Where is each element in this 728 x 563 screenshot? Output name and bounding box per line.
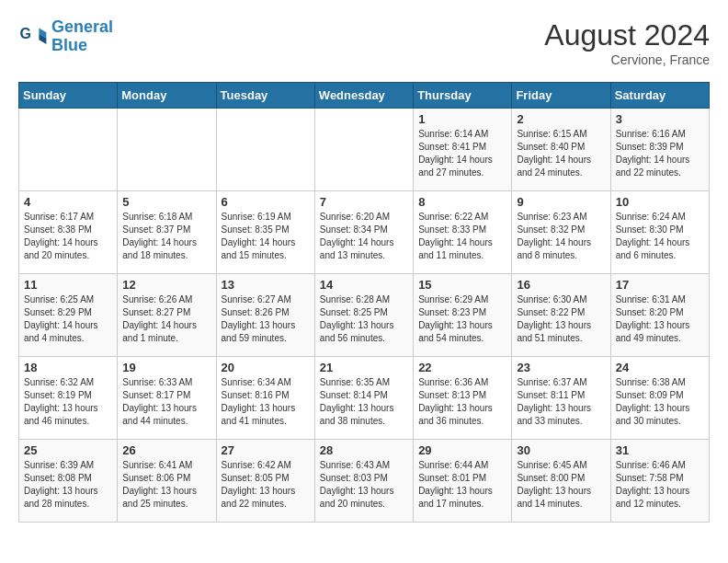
calendar-body: 1Sunrise: 6:14 AM Sunset: 8:41 PM Daylig… (19, 109, 710, 523)
logo-line2: Blue (51, 36, 87, 54)
day-number: 7 (320, 195, 408, 209)
day-info: Sunrise: 6:18 AM Sunset: 8:37 PM Dayligh… (122, 211, 210, 262)
day-number: 24 (616, 361, 704, 374)
day-number: 30 (517, 443, 605, 457)
calendar-cell: 31Sunrise: 6:46 AM Sunset: 7:58 PM Dayli… (610, 440, 709, 523)
header-friday: Friday (512, 83, 610, 109)
day-info: Sunrise: 6:14 AM Sunset: 8:41 PM Dayligh… (418, 128, 506, 179)
calendar-cell: 28Sunrise: 6:43 AM Sunset: 8:03 PM Dayli… (314, 440, 413, 523)
calendar-cell: 5Sunrise: 6:18 AM Sunset: 8:37 PM Daylig… (118, 191, 216, 274)
day-number: 8 (418, 195, 506, 209)
day-info: Sunrise: 6:42 AM Sunset: 8:05 PM Dayligh… (222, 459, 310, 511)
header-sunday: Sunday (19, 83, 118, 109)
day-number: 31 (616, 443, 704, 457)
day-info: Sunrise: 6:45 AM Sunset: 8:00 PM Dayligh… (517, 459, 605, 511)
day-info: Sunrise: 6:34 AM Sunset: 8:16 PM Dayligh… (222, 376, 310, 428)
day-number: 1 (418, 112, 506, 126)
calendar-week-1: 1Sunrise: 6:14 AM Sunset: 8:41 PM Daylig… (19, 109, 710, 191)
location-label: Cervione, France (544, 52, 710, 67)
day-number: 12 (122, 278, 210, 292)
calendar-cell: 19Sunrise: 6:33 AM Sunset: 8:17 PM Dayli… (118, 357, 216, 440)
day-info: Sunrise: 6:39 AM Sunset: 8:08 PM Dayligh… (24, 459, 112, 511)
calendar-cell: 16Sunrise: 6:30 AM Sunset: 8:22 PM Dayli… (512, 274, 610, 357)
day-info: Sunrise: 6:30 AM Sunset: 8:22 PM Dayligh… (517, 293, 605, 345)
day-number: 22 (418, 361, 506, 374)
day-info: Sunrise: 6:26 AM Sunset: 8:27 PM Dayligh… (122, 293, 210, 345)
calendar-cell: 1Sunrise: 6:14 AM Sunset: 8:41 PM Daylig… (414, 109, 512, 191)
calendar-cell: 6Sunrise: 6:19 AM Sunset: 8:35 PM Daylig… (216, 191, 314, 274)
day-number: 21 (320, 361, 408, 374)
day-number: 14 (320, 278, 408, 292)
calendar-cell: 27Sunrise: 6:42 AM Sunset: 8:05 PM Dayli… (216, 440, 314, 523)
day-number: 3 (616, 112, 704, 126)
day-number: 25 (24, 443, 112, 457)
day-info: Sunrise: 6:43 AM Sunset: 8:03 PM Dayligh… (320, 459, 408, 511)
calendar-week-3: 11Sunrise: 6:25 AM Sunset: 8:29 PM Dayli… (19, 274, 710, 357)
day-number: 18 (24, 361, 112, 374)
calendar-cell: 18Sunrise: 6:32 AM Sunset: 8:19 PM Dayli… (19, 357, 118, 440)
calendar-table: Sunday Monday Tuesday Wednesday Thursday… (18, 82, 710, 523)
calendar-cell: 14Sunrise: 6:28 AM Sunset: 8:25 PM Dayli… (314, 274, 413, 357)
calendar-cell: 30Sunrise: 6:45 AM Sunset: 8:00 PM Dayli… (512, 440, 610, 523)
day-info: Sunrise: 6:46 AM Sunset: 7:58 PM Dayligh… (616, 459, 704, 511)
day-info: Sunrise: 6:25 AM Sunset: 8:29 PM Dayligh… (24, 293, 112, 345)
month-year-title: August 2024 (544, 18, 710, 52)
header-wednesday: Wednesday (314, 83, 413, 109)
day-number: 9 (517, 195, 605, 209)
svg-text:G: G (20, 25, 31, 40)
day-info: Sunrise: 6:44 AM Sunset: 8:01 PM Dayligh… (418, 459, 506, 511)
day-number: 10 (616, 195, 704, 209)
day-info: Sunrise: 6:31 AM Sunset: 8:20 PM Dayligh… (616, 293, 704, 345)
day-info: Sunrise: 6:32 AM Sunset: 8:19 PM Dayligh… (24, 376, 112, 428)
day-info: Sunrise: 6:35 AM Sunset: 8:14 PM Dayligh… (320, 376, 408, 428)
calendar-cell: 22Sunrise: 6:36 AM Sunset: 8:13 PM Dayli… (414, 357, 512, 440)
day-info: Sunrise: 6:38 AM Sunset: 8:09 PM Dayligh… (616, 376, 704, 428)
header-monday: Monday (118, 83, 216, 109)
day-info: Sunrise: 6:41 AM Sunset: 8:06 PM Dayligh… (122, 459, 210, 511)
calendar-cell: 26Sunrise: 6:41 AM Sunset: 8:06 PM Dayli… (118, 440, 216, 523)
day-info: Sunrise: 6:29 AM Sunset: 8:23 PM Dayligh… (418, 293, 506, 345)
calendar-cell: 4Sunrise: 6:17 AM Sunset: 8:38 PM Daylig… (19, 191, 118, 274)
day-info: Sunrise: 6:23 AM Sunset: 8:32 PM Dayligh… (517, 211, 605, 262)
day-number: 19 (122, 361, 210, 374)
calendar-cell: 23Sunrise: 6:37 AM Sunset: 8:11 PM Dayli… (512, 357, 610, 440)
calendar-cell: 11Sunrise: 6:25 AM Sunset: 8:29 PM Dayli… (19, 274, 118, 357)
day-number: 27 (222, 443, 310, 457)
day-number: 16 (517, 278, 605, 292)
day-number: 28 (320, 443, 408, 457)
calendar-cell: 15Sunrise: 6:29 AM Sunset: 8:23 PM Dayli… (414, 274, 512, 357)
logo-line1: General (51, 17, 113, 36)
calendar-cell (314, 109, 413, 191)
calendar-cell: 21Sunrise: 6:35 AM Sunset: 8:14 PM Dayli… (314, 357, 413, 440)
day-number: 29 (418, 443, 506, 457)
header-thursday: Thursday (414, 83, 512, 109)
day-number: 13 (222, 278, 310, 292)
calendar-header: Sunday Monday Tuesday Wednesday Thursday… (19, 83, 710, 109)
day-number: 23 (517, 361, 605, 374)
calendar-cell (19, 109, 118, 191)
calendar-cell: 13Sunrise: 6:27 AM Sunset: 8:26 PM Dayli… (216, 274, 314, 357)
calendar-cell: 9Sunrise: 6:23 AM Sunset: 8:32 PM Daylig… (512, 191, 610, 274)
day-number: 2 (517, 112, 605, 126)
day-info: Sunrise: 6:28 AM Sunset: 8:25 PM Dayligh… (320, 293, 408, 345)
calendar-cell: 7Sunrise: 6:20 AM Sunset: 8:34 PM Daylig… (314, 191, 413, 274)
calendar-cell: 17Sunrise: 6:31 AM Sunset: 8:20 PM Dayli… (610, 274, 709, 357)
calendar-cell: 24Sunrise: 6:38 AM Sunset: 8:09 PM Dayli… (610, 357, 709, 440)
logo-text: General Blue (51, 18, 113, 55)
day-info: Sunrise: 6:20 AM Sunset: 8:34 PM Dayligh… (320, 211, 408, 262)
day-number: 5 (122, 195, 210, 209)
title-section: August 2024 Cervione, France (544, 18, 710, 67)
calendar-cell: 25Sunrise: 6:39 AM Sunset: 8:08 PM Dayli… (19, 440, 118, 523)
header-saturday: Saturday (610, 83, 709, 109)
calendar-cell: 20Sunrise: 6:34 AM Sunset: 8:16 PM Dayli… (216, 357, 314, 440)
day-info: Sunrise: 6:15 AM Sunset: 8:40 PM Dayligh… (517, 128, 605, 179)
day-info: Sunrise: 6:37 AM Sunset: 8:11 PM Dayligh… (517, 376, 605, 428)
day-info: Sunrise: 6:17 AM Sunset: 8:38 PM Dayligh… (24, 211, 112, 262)
calendar-cell: 8Sunrise: 6:22 AM Sunset: 8:33 PM Daylig… (414, 191, 512, 274)
day-number: 26 (122, 443, 210, 457)
header-row: Sunday Monday Tuesday Wednesday Thursday… (19, 83, 710, 109)
calendar-week-4: 18Sunrise: 6:32 AM Sunset: 8:19 PM Dayli… (19, 357, 710, 440)
day-number: 15 (418, 278, 506, 292)
day-info: Sunrise: 6:27 AM Sunset: 8:26 PM Dayligh… (222, 293, 310, 345)
page-header: G General Blue August 2024 Cervione, Fra… (18, 18, 710, 67)
